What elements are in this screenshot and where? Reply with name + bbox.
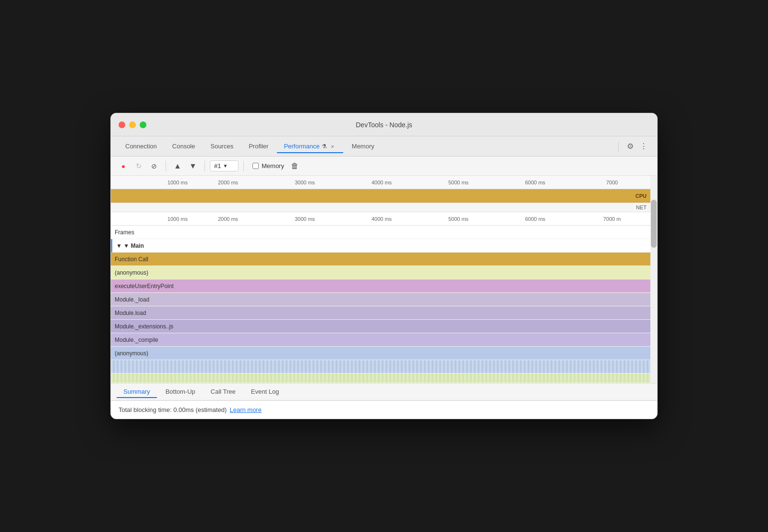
flame-row-anonymous-1[interactable]: (anonymous) — [111, 266, 650, 279]
toolbar: ● ↻ ⊘ ▲ ▼ #1 ▼ Memory 🗑 — [111, 157, 657, 176]
ruler2-mark-5000: 5000 ms — [420, 216, 497, 222]
collapse-triangle[interactable]: ▼ — [116, 242, 122, 249]
toolbar-divider-3 — [243, 161, 244, 171]
bottom-tabs: Summary Bottom-Up Call Tree Event Log — [111, 383, 657, 400]
ruler-mark-2000: 2000 ms — [190, 180, 266, 185]
module-load2-label: Module.load — [111, 310, 207, 316]
ruler-mark-7000: 7000 — [574, 180, 650, 185]
memory-checkbox[interactable] — [252, 163, 259, 169]
tab-event-log[interactable]: Event Log — [244, 386, 286, 398]
tab-connection[interactable]: Connection — [119, 140, 164, 153]
titlebar: DevTools - Node.js — [111, 113, 657, 136]
anonymous-1-label: (anonymous) — [111, 269, 207, 276]
flame-row-module-load1[interactable]: Module._load — [111, 293, 650, 306]
status-text: Total blocking time: 0.00ms (estimated) — [119, 406, 227, 413]
ruler-marks-top: 1000 ms 2000 ms 3000 ms 4000 ms 5000 ms … — [111, 176, 650, 189]
nav-divider — [618, 142, 619, 151]
clear-icon: ⊘ — [151, 162, 157, 170]
ruler-mark-1000: 1000 ms — [111, 180, 190, 185]
ruler2-mark-4000: 4000 ms — [343, 216, 420, 222]
timeline-scrollbar[interactable] — [650, 176, 657, 383]
trash-button[interactable]: 🗑 — [288, 159, 301, 173]
minimize-button[interactable] — [129, 121, 136, 128]
download-icon: ▼ — [189, 162, 197, 170]
more-icon[interactable]: ⋮ — [638, 141, 649, 152]
upload-button[interactable]: ▲ — [171, 159, 184, 173]
flame-row-module-compile[interactable]: Module._compile — [111, 333, 650, 347]
flame-row-detail-2 — [111, 374, 650, 383]
module-ext-label: Module._extensions..js — [111, 323, 207, 330]
ruler2-mark-2000: 2000 ms — [190, 216, 266, 222]
execute-label: executeUserEntryPoint — [111, 283, 207, 290]
module-compile-label: Module._compile — [111, 337, 207, 343]
maximize-button[interactable] — [140, 121, 146, 128]
flame-chart: Frames ▼ ▼ Main Function Call (anonymous… — [111, 226, 650, 383]
tab-summary[interactable]: Summary — [117, 386, 157, 398]
tab-sources[interactable]: Sources — [204, 140, 240, 153]
record-button[interactable]: ● — [117, 159, 130, 173]
tab-call-tree[interactable]: Call Tree — [204, 386, 242, 398]
flame-row-anonymous-2[interactable]: (anonymous) — [111, 347, 650, 360]
close-button[interactable] — [119, 121, 125, 128]
refresh-icon: ↻ — [136, 162, 142, 170]
ruler-mark-3000: 3000 ms — [266, 180, 343, 185]
tab-bottom-up[interactable]: Bottom-Up — [159, 386, 202, 398]
ruler2-mark-7000: 7000 m — [574, 216, 650, 222]
ruler-marks-2: 1000 ms 2000 ms 3000 ms 4000 ms 5000 ms … — [111, 212, 650, 225]
trash-icon: 🗑 — [291, 162, 299, 170]
flame-row-main[interactable]: ▼ ▼ Main — [111, 239, 650, 253]
ruler-mark-5000: 5000 ms — [420, 180, 497, 185]
frames-label: Frames — [111, 229, 207, 236]
anonymous-2-label: (anonymous) — [111, 350, 207, 357]
timeline-main: 1000 ms 2000 ms 3000 ms 4000 ms 5000 ms … — [111, 176, 650, 383]
nav-tabs: Connection Console Sources Profiler Perf… — [111, 136, 657, 157]
ruler2-mark-3000: 3000 ms — [266, 216, 343, 222]
cpu-label: CPU — [636, 193, 647, 199]
second-ruler: 1000 ms 2000 ms 3000 ms 4000 ms 5000 ms … — [111, 212, 650, 226]
net-band: NET — [111, 203, 650, 212]
session-selector[interactable]: #1 ▼ — [210, 160, 239, 171]
toolbar-divider-1 — [166, 161, 166, 171]
tab-profiler[interactable]: Profiler — [242, 140, 275, 153]
devtools-window: DevTools - Node.js Connection Console So… — [110, 113, 658, 419]
flask-icon: ⚗ — [322, 143, 327, 150]
function-call-label: Function Call — [111, 256, 207, 263]
top-ruler: 1000 ms 2000 ms 3000 ms 4000 ms 5000 ms … — [111, 176, 650, 189]
flame-row-detail-1 — [111, 360, 650, 374]
chevron-down-icon: ▼ — [223, 163, 228, 169]
main-label: ▼ ▼ Main — [112, 242, 208, 249]
ruler2-mark-6000: 6000 ms — [497, 216, 574, 222]
ruler-mark-6000: 6000 ms — [497, 180, 574, 185]
scrollbar-thumb[interactable] — [651, 200, 657, 248]
ruler2-mark-1000: 1000 ms — [111, 216, 190, 222]
clear-button[interactable]: ⊘ — [147, 159, 161, 173]
flame-row-module-ext[interactable]: Module._extensions..js — [111, 320, 650, 333]
memory-checkbox-label[interactable]: Memory — [252, 162, 284, 169]
upload-icon: ▲ — [174, 162, 181, 170]
timeline-container: 1000 ms 2000 ms 3000 ms 4000 ms 5000 ms … — [111, 176, 657, 383]
status-bar: Total blocking time: 0.00ms (estimated) … — [111, 400, 657, 419]
cpu-band: CPU — [111, 189, 650, 203]
download-button[interactable]: ▼ — [186, 159, 200, 173]
learn-more-link[interactable]: Learn more — [229, 406, 261, 413]
toolbar-divider-2 — [204, 161, 205, 171]
window-title: DevTools - Node.js — [356, 121, 412, 129]
record-icon: ● — [121, 162, 125, 170]
refresh-button[interactable]: ↻ — [132, 159, 145, 173]
window-controls — [119, 121, 146, 128]
flame-row-function-call[interactable]: Function Call — [111, 253, 650, 266]
tab-performance[interactable]: Performance ⚗ × — [277, 140, 343, 153]
flame-row-execute[interactable]: executeUserEntryPoint — [111, 279, 650, 293]
performance-tab-label: Performance — [284, 143, 319, 150]
tab-memory[interactable]: Memory — [345, 140, 381, 153]
net-label: NET — [636, 205, 647, 210]
settings-icon[interactable]: ⚙ — [624, 141, 636, 152]
module-load1-label: Module._load — [111, 296, 207, 303]
flame-row-frames: Frames — [111, 226, 650, 239]
ruler-mark-4000: 4000 ms — [343, 180, 420, 185]
selector-value: #1 — [214, 162, 221, 169]
tab-console[interactable]: Console — [166, 140, 202, 153]
tab-close-icon[interactable]: × — [329, 143, 336, 150]
flame-row-module-load2[interactable]: Module.load — [111, 306, 650, 320]
memory-label: Memory — [262, 162, 284, 169]
